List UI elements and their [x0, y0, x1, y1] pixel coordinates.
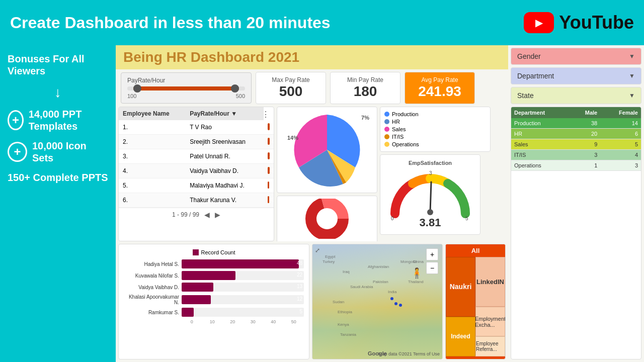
slider-thumb-right[interactable] [231, 84, 239, 93]
zoom-in-button[interactable]: + [426, 248, 438, 260]
map-label-saudi: Saudi Arabia [350, 285, 373, 289]
svg-text:3: 3 [429, 170, 432, 176]
table-menu-icon[interactable]: ⋮ [262, 110, 270, 119]
state-filter[interactable]: State ▼ [511, 87, 641, 104]
donut-chart-svg [299, 199, 355, 239]
zoom-out-button[interactable]: − [426, 262, 438, 274]
emp-name: Vaidya Vaibhav D. [186, 164, 264, 178]
gender-male: 9 [571, 139, 600, 150]
min-pay-value: 180 [341, 83, 390, 100]
bar-chart-rows: Hadiya Hetal S. 48 Kuvawala Nilofar S. 2… [124, 259, 304, 317]
emp-name: Thakur Karuna V. [186, 193, 264, 208]
max-pay-label: Max Pay Rate [266, 76, 315, 83]
legend-production-label: Production [392, 111, 419, 117]
table-row: Sales 9 5 [511, 139, 641, 150]
map-label-kenya: Kenya [338, 322, 349, 327]
emp-rate-val: 450 [269, 168, 274, 173]
dept-filter[interactable]: Department ▼ [511, 67, 641, 84]
emp-name: Patel Unnati R. [186, 149, 264, 164]
hbar-fill [182, 259, 299, 268]
hbar-value: 5 [299, 309, 302, 314]
gender-table: Department Male Female Production 38 14 … [511, 107, 641, 171]
max-pay-card: Max Pay Rate 500 [256, 72, 326, 104]
legend-sales-label: Sales [392, 126, 406, 132]
gender-dept: Operations [511, 160, 571, 171]
sales-dot [384, 127, 389, 132]
plus-circle-1[interactable]: + [8, 110, 24, 130]
treemap-right: LinkedIN Employment Excha... Employee Re… [475, 257, 505, 356]
legend-sales: Sales [384, 126, 486, 132]
map-controls: + − [426, 248, 438, 274]
hbar-fill [182, 283, 213, 292]
pie-chart-svg [287, 110, 367, 190]
hbar-value: 22 [297, 272, 302, 278]
table-row: 5. Malaviya Madhavi J. 430 [119, 178, 274, 193]
dashboard-area: Being HR Dashboard 2021 PayRate/Hour 100… [116, 45, 508, 362]
emp-num: 1. [119, 120, 186, 135]
state-filter-label: State [517, 92, 534, 100]
ppt-text: 14,000 PPT Templates [29, 108, 108, 132]
map-label-china: China [413, 259, 424, 264]
gender-dept: HR [511, 129, 571, 139]
slider-thumb-left[interactable] [133, 84, 141, 93]
emp-num: 6. [119, 193, 186, 208]
emp-bar-cell: 500 [268, 138, 270, 147]
prev-page-button[interactable]: ◀ [204, 211, 210, 219]
hbar-label: Kuvawala Nilofar S. [124, 273, 179, 279]
gauge-title: EmpSatisfaction [409, 160, 452, 166]
right-panel: Gender ▼ Department ▼ State ▼ Department… [508, 45, 644, 362]
emp-num: 4. [119, 164, 186, 178]
youtube-badge: YouTube [524, 12, 634, 33]
map-label-tanzania: Tanzania [340, 332, 356, 337]
next-page-button[interactable]: ▶ [215, 211, 220, 219]
list-item: Vaidya Vaibhav D. 13 [124, 283, 304, 292]
production-dot [384, 112, 389, 117]
emp-col-rate[interactable]: PayRate/Hour ▼ [186, 107, 264, 120]
svg-text:0: 0 [391, 216, 394, 221]
top-banner: Create Dashboard in less than 20 minutes… [0, 0, 644, 45]
table-row: 3. Patel Unnati R. 470 [119, 149, 274, 164]
svg-text:5: 5 [465, 216, 468, 221]
legend-operations-label: Operations [392, 141, 419, 147]
map-expand-icon[interactable]: ⤢ [315, 247, 320, 254]
gender-col-female: Female [600, 107, 641, 118]
map-label-iraq: Iraq [343, 269, 350, 274]
emp-rate-val: 430 [269, 183, 274, 188]
pie-pct-52: 52% [356, 171, 367, 177]
icon-row: + 10,000 Icon Sets [8, 140, 108, 164]
emp-bar-cell: 450 [268, 167, 270, 176]
svg-point-4 [427, 209, 433, 215]
emp-rate-cell: 450 [264, 164, 274, 178]
bar-legend-sq [193, 249, 199, 255]
slider-track[interactable] [127, 86, 245, 90]
hbar-track: 22 [182, 271, 304, 280]
emp-bar-cell: 500 [268, 123, 270, 132]
axis-40: 40 [263, 319, 284, 324]
emp-name: Sreejith Sreenivasan [186, 135, 264, 149]
map-label-thailand: Thailand [408, 280, 424, 284]
gender-male: 20 [571, 129, 600, 139]
emp-rate-cell: 500 [264, 120, 274, 135]
gender-male: 1 [571, 160, 600, 171]
slider-max: 500 [236, 93, 245, 99]
hbar-fill [182, 295, 211, 304]
plus-circle-2[interactable]: + [8, 142, 27, 162]
main-layout: Bonuses For All Viewers ↓ + 14,000 PPT T… [0, 45, 644, 362]
treemap-empex: Employment Excha... [475, 307, 505, 336]
map-credit: Map data ©2021 Terms of Use [378, 351, 440, 356]
emp-rate-val: 430 [269, 197, 274, 203]
map-dot-2 [394, 302, 397, 305]
map-label-pakistan: Pakistan [373, 280, 388, 284]
state-filter-arrow: ▼ [629, 92, 635, 99]
emp-rate-cell: 430 [264, 178, 274, 193]
gauge-svg: 0 3 5 [385, 166, 475, 221]
hbar-fill [182, 308, 194, 317]
gender-filter[interactable]: Gender ▼ [511, 48, 641, 65]
hbar-value: 13 [297, 284, 302, 289]
map-box: Turkey Iraq Afghanistan Mongolia China P… [312, 244, 443, 359]
table-row: 2. Sreejith Sreenivasan 500 [119, 135, 274, 149]
axis-20: 20 [222, 319, 243, 324]
payrate-slider-box: PayRate/Hour 100 500 [121, 72, 252, 104]
hbar-label: Ramkumar S. [124, 310, 179, 315]
legend-hr-label: HR [392, 119, 400, 125]
